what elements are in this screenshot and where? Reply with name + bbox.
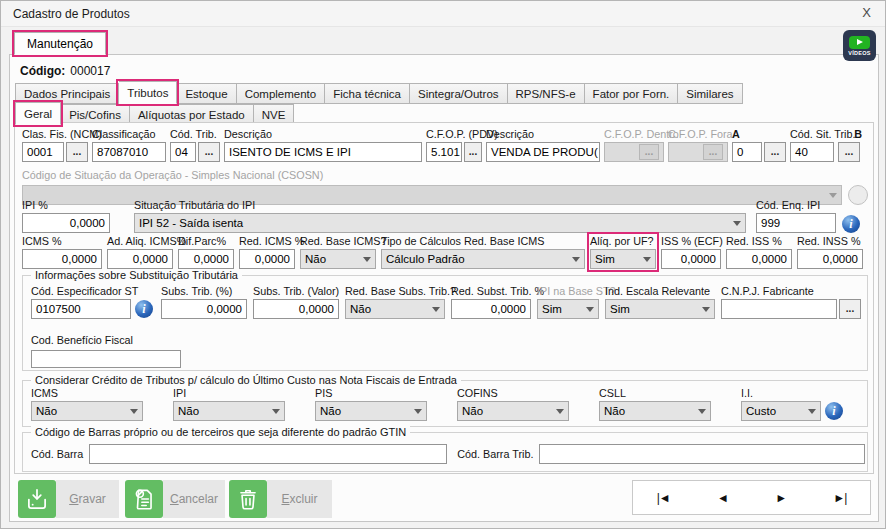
cfop-descricao-field[interactable]: VENDA DE PRODU( xyxy=(486,142,600,162)
cod-especificador-st-field[interactable]: 0107500 xyxy=(31,299,131,319)
trash-icon xyxy=(229,480,267,518)
credito-ii-combo[interactable]: Custo xyxy=(741,401,821,421)
codigo-label: Código: xyxy=(20,64,65,78)
credito-ii-info-icon[interactable]: i xyxy=(825,402,843,420)
subtab-geral[interactable]: Geral xyxy=(15,102,61,125)
icms-pct-field[interactable]: 0,0000 xyxy=(22,249,102,269)
beneficio-fiscal-field[interactable] xyxy=(31,350,181,368)
aliq-por-uf-combo[interactable]: Sim xyxy=(590,249,656,269)
subs-trib-valor-field[interactable]: 0,0000 xyxy=(253,299,339,319)
cfop-dentro-label: C.F.O.P. Dentro xyxy=(604,128,664,140)
ind-escala-relevante-combo[interactable]: Sim xyxy=(605,299,715,319)
cancelar-label: Cancelar xyxy=(170,492,218,506)
credito-csll-combo[interactable]: Não xyxy=(599,401,711,421)
cod-barra-trib-label: Cód. Barra Trib. xyxy=(457,448,533,460)
credito-ipi-combo[interactable]: Não xyxy=(173,401,285,421)
tab-tributos[interactable]: Tributos xyxy=(119,81,177,104)
ipi-pct-field[interactable]: 0,0000 xyxy=(22,213,110,233)
red-base-subs-trib-label: Red. Base Subs. Trib.? xyxy=(345,285,445,297)
tab-complemento[interactable]: Complemento xyxy=(237,83,326,104)
ncm-field[interactable]: 0001 xyxy=(22,142,64,162)
tab-estoque[interactable]: Estoque xyxy=(177,83,236,104)
chevron-down-icon xyxy=(702,307,710,312)
descricao-label: Descrição xyxy=(224,128,422,140)
red-base-icms-combo[interactable]: Não xyxy=(300,249,376,269)
credito-icms-combo[interactable]: Não xyxy=(31,401,143,421)
a-lookup-button[interactable]: ... xyxy=(764,142,786,162)
nav-last-button[interactable]: ►| xyxy=(833,491,846,505)
cod-trib-label: Cód. Trib. xyxy=(170,128,220,140)
cfop-pdv-field[interactable]: 5.101 xyxy=(426,142,462,162)
cod-sit-trib-field[interactable]: 40 xyxy=(790,142,834,162)
red-icms-label: Red. ICMS % xyxy=(239,235,295,247)
chevron-down-icon xyxy=(363,257,371,262)
cfop-dentro-lookup-button: ... xyxy=(639,144,659,160)
cnpj-fabricante-lookup-button[interactable]: ... xyxy=(839,299,861,319)
red-base-subs-trib-combo[interactable]: Não xyxy=(345,299,445,319)
classificacao-field[interactable]: 87087010 xyxy=(92,142,166,162)
tab-sintegra-outros[interactable]: Sintegra/Outros xyxy=(410,83,508,104)
cfop-fora-field: ... xyxy=(668,142,728,162)
tab-manutencao[interactable]: Manutenção xyxy=(14,32,106,55)
tab-fator-por-forn[interactable]: Fator por Forn. xyxy=(585,83,679,104)
red-icms-field[interactable]: 0,0000 xyxy=(239,249,295,269)
cod-barra-field[interactable] xyxy=(89,444,447,464)
tab-manutencao-label: Manutenção xyxy=(27,37,93,51)
ipi-na-base-st-combo[interactable]: Sim xyxy=(537,299,599,319)
credito-csll-label: CSLL xyxy=(599,387,711,399)
videos-button[interactable]: VÍDEOS xyxy=(843,30,876,61)
ncm-lookup-button[interactable]: ... xyxy=(66,142,88,162)
ad-aliq-icms-field[interactable]: 0,0000 xyxy=(107,249,173,269)
cfop-fora-label: C.F.O.P. Fora xyxy=(668,128,728,140)
ipi-pct-label: IPI % xyxy=(22,199,110,211)
cfop-dentro-field: ... xyxy=(604,142,664,162)
cod-trib-field[interactable]: 04 xyxy=(170,142,196,162)
codigo-value: 000017 xyxy=(70,64,110,78)
red-base-icms-label: Red. Base ICMS? xyxy=(300,235,376,247)
b-label: B xyxy=(838,128,862,140)
cancelar-button[interactable]: Cancelar xyxy=(125,480,225,518)
main-tabstrip: Dados Principais Tributos Estoque Comple… xyxy=(15,81,743,104)
credito-cofins-combo[interactable]: Não xyxy=(457,401,569,421)
nav-next-button[interactable]: ► xyxy=(775,491,786,505)
nav-first-button[interactable]: |◄ xyxy=(657,491,670,505)
tab-dados-principais[interactable]: Dados Principais xyxy=(15,83,119,104)
tab-similares[interactable]: Similares xyxy=(678,83,742,104)
b-lookup-button[interactable]: ... xyxy=(838,142,860,162)
a-field[interactable]: 0 xyxy=(732,142,762,162)
substituicao-tributaria-group: Informações sobre Substituição Tributári… xyxy=(22,275,868,371)
credito-ii-label: I.I. xyxy=(741,387,845,399)
cnpj-fabricante-field[interactable] xyxy=(721,299,837,319)
chevron-down-icon xyxy=(414,409,422,414)
red-iss-field[interactable]: 0,0000 xyxy=(726,249,792,269)
red-subst-trib-field[interactable]: 0,0000 xyxy=(451,299,531,319)
cod-trib-lookup-button[interactable]: ... xyxy=(198,142,220,162)
save-icon xyxy=(18,480,56,518)
descricao-field[interactable]: ISENTO DE ICMS E IPI xyxy=(224,142,422,162)
cod-enq-ipi-info-icon[interactable]: i xyxy=(842,215,860,233)
credito-pis-combo[interactable]: Não xyxy=(315,401,427,421)
chevron-down-icon xyxy=(829,193,837,198)
cod-enq-ipi-field[interactable]: 999 xyxy=(756,213,836,233)
cod-especificador-st-info-icon[interactable]: i xyxy=(135,300,153,318)
credito-ipi-label: IPI xyxy=(173,387,285,399)
credito-pis-label: PIS xyxy=(315,387,427,399)
iss-ecf-field[interactable]: 0,0000 xyxy=(661,249,721,269)
red-inss-field[interactable]: 0,0000 xyxy=(797,249,863,269)
sit-ipi-combo[interactable]: IPI 52 - Saída isenta xyxy=(134,213,746,233)
ipi-na-base-st-label: IPI na Base ST? xyxy=(537,285,599,297)
cfop-fora-lookup-button: ... xyxy=(703,144,723,160)
codigo-barras-title: Código de Barras próprio ou de terceiros… xyxy=(31,426,410,438)
tipo-calculos-combo[interactable]: Cálculo Padrão xyxy=(381,249,585,269)
subs-trib-pct-field[interactable]: 0,0000 xyxy=(161,299,247,319)
gravar-button[interactable]: Gravar xyxy=(18,480,119,518)
dif-parc-label: Dif.Parc% xyxy=(178,235,234,247)
tab-ficha-tecnica[interactable]: Ficha técnica xyxy=(325,83,410,104)
dif-parc-field[interactable]: 0,0000 xyxy=(178,249,234,269)
nav-prev-button[interactable]: ◄ xyxy=(717,491,728,505)
excluir-button[interactable]: Excluir xyxy=(229,480,332,518)
tab-rps-nfse[interactable]: RPS/NFS-e xyxy=(508,83,585,104)
cfop-pdv-lookup-button[interactable]: ... xyxy=(464,142,482,162)
close-button[interactable]: X xyxy=(862,5,871,20)
cod-barra-trib-field[interactable] xyxy=(539,444,865,464)
